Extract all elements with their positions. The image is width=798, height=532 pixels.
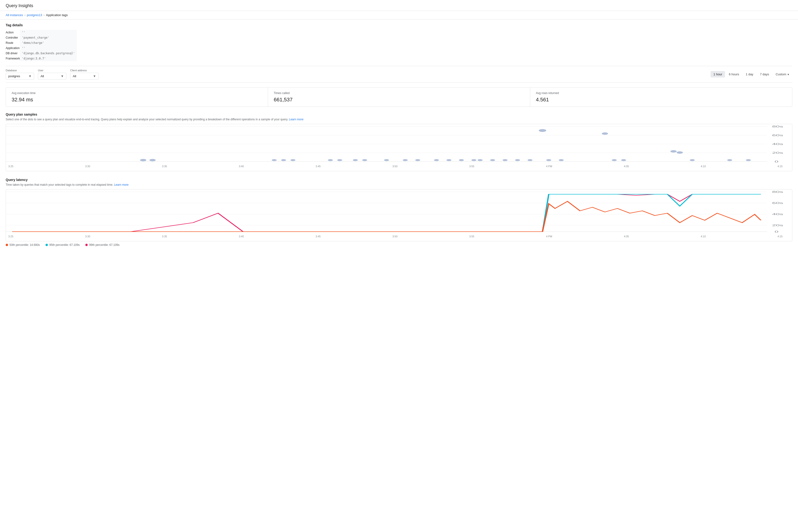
time-range-button[interactable]: Custom ▼ [773,71,792,77]
plan-dot[interactable] [434,159,439,161]
legend-item: 99th percentile: 67.109s [85,243,119,247]
metric-label: Avg execution time [12,91,262,95]
legend-item: 95th percentile: 67.109s [45,243,80,247]
breadcrumb-current: Application tags [46,13,68,17]
breadcrumb-all-instances[interactable]: All instances [6,13,23,17]
plan-dot[interactable] [415,159,420,161]
query-latency-chart: 80s 60s 40s 20s 0 3:25 3:30 3:35 3:40 3:… [6,189,792,241]
query-plan-title: Query plan samples [6,113,792,116]
tag-label: Action [6,30,20,35]
plan-dot[interactable] [290,159,295,161]
legend-item: 50th percentile: 14.680s [6,243,40,247]
plan-dot[interactable] [612,159,617,161]
svg-text:60s: 60s [772,134,783,137]
legend-dot [45,244,48,246]
plan-dot[interactable] [539,129,546,132]
time-range-button[interactable]: 6 hours [726,71,742,77]
plan-dot[interactable] [527,159,533,161]
plan-dot[interactable] [362,159,367,161]
plan-dot[interactable] [281,159,286,161]
query-plan-subtitle-text: Select one of the dots to see a query pl… [6,118,288,121]
svg-text:80s: 80s [772,125,783,128]
tag-row: Action '' [6,30,77,35]
query-latency-subtitle-text: Time taken by queries that match your se… [6,183,113,186]
p50-line [12,201,761,232]
metric-value: 4.561 [536,97,786,103]
tag-value: 'demo/charge' [20,40,77,45]
tag-details-title: Tag details [6,23,792,27]
query-plan-subtitle: Select one of the dots to see a query pl… [6,118,792,121]
database-select[interactable]: postgres ▼ [6,73,34,80]
plan-dot[interactable] [478,159,483,161]
tag-value: 'django:3.0.7' [20,56,77,61]
query-latency-section: Query latency Time taken by queries that… [6,178,792,248]
plan-dot[interactable] [446,159,451,161]
time-range-button[interactable]: 7 days [757,71,772,77]
legend-label: 95th percentile: 67.109s [49,243,80,247]
query-plan-section: Query plan samples Select one of the dot… [6,113,792,171]
metric-label: Avg rows returned [536,91,786,95]
user-value: All [40,74,44,78]
client-address-filter-label: Client address [70,69,98,72]
plan-dot[interactable] [490,159,495,161]
tag-value: 'payment_charge' [20,35,77,40]
tag-value: 'django.db.backends.postgresql' [20,51,77,56]
breadcrumb-postgres13[interactable]: postgres13 [27,13,42,17]
main-content: Tag details Action '' Controller 'paymen… [0,19,798,259]
breadcrumb: All instances › postgres13 › Application… [0,11,798,19]
database-arrow-icon: ▼ [29,74,32,78]
user-arrow-icon: ▼ [61,74,64,78]
legend-label: 50th percentile: 14.680s [10,243,40,247]
time-range-buttons: 1 hour6 hours1 day7 daysCustom ▼ [710,71,792,77]
client-address-select[interactable]: All ▼ [70,73,98,80]
svg-text:80s: 80s [772,190,783,193]
plan-dot[interactable] [515,159,520,161]
query-latency-svg: 80s 60s 40s 20s 0 [6,190,792,234]
metric-card: Times called 661,537 [268,88,530,107]
latency-legend: 50th percentile: 14.680s 95th percentile… [6,241,792,248]
svg-text:0: 0 [775,160,778,163]
plan-dot[interactable] [676,151,683,154]
plan-dot[interactable] [621,159,626,161]
plan-dot[interactable] [670,150,676,153]
metrics-row: Avg execution time 32.94 ms Times called… [6,88,792,107]
tag-details-table: Action '' Controller 'payment_charge' Ro… [6,30,77,61]
plan-dot[interactable] [149,159,155,161]
query-plan-learn-more-link[interactable]: Learn more [289,118,303,121]
plan-dot[interactable] [559,159,563,161]
plan-dot[interactable] [602,132,608,135]
plan-dot[interactable] [746,159,751,161]
plan-dot[interactable] [353,159,358,161]
user-select[interactable]: All ▼ [38,73,67,80]
tag-label: DB driver [6,51,20,56]
plan-dot[interactable] [690,159,695,161]
tag-label: Application [6,45,20,51]
plan-dot[interactable] [459,159,464,161]
plan-dot[interactable] [328,159,333,161]
metric-card: Avg rows returned 4.561 [530,88,792,107]
database-filter: Database postgres ▼ [6,69,34,80]
page-title: Query Insights [6,3,792,8]
tag-label: Route [6,40,20,45]
tag-value: '' [20,45,77,51]
plan-dot[interactable] [503,159,508,161]
plan-dot[interactable] [403,159,408,161]
legend-label: 99th percentile: 67.109s [89,243,119,247]
client-address-filter: Client address All ▼ [70,69,98,80]
plan-dot[interactable] [546,159,551,161]
plan-dot[interactable] [471,159,476,161]
plan-dot[interactable] [727,159,732,161]
time-range-button[interactable]: 1 hour [710,71,725,77]
time-range-button[interactable]: 1 day [743,71,756,77]
client-address-value: All [73,74,76,78]
database-filter-label: Database [6,69,34,72]
plan-dot[interactable] [337,159,342,161]
plan-dot[interactable] [384,159,389,161]
tag-row: DB driver 'django.db.backends.postgresql… [6,51,77,56]
plan-dot[interactable] [272,159,277,161]
page-header: Query Insights [0,0,798,11]
query-latency-learn-more-link[interactable]: Learn more [114,183,128,186]
plan-dot[interactable] [140,159,146,161]
tag-label: Framework [6,56,20,61]
svg-text:0: 0 [775,230,778,233]
